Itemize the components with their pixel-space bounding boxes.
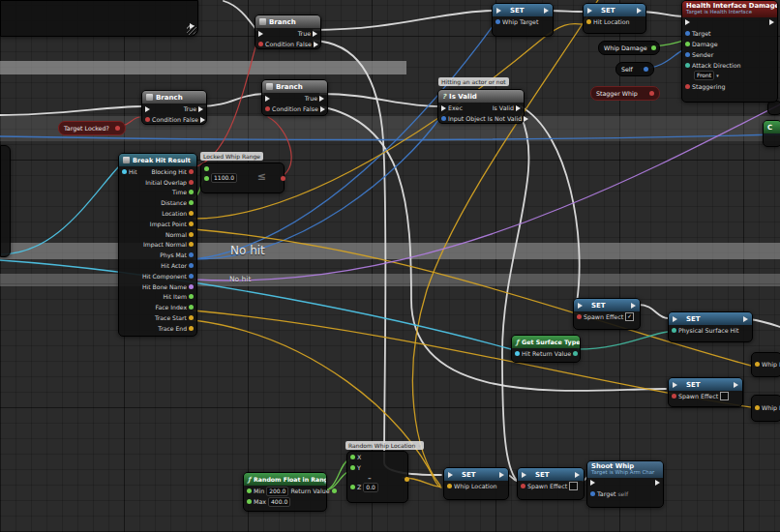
blueprint-graph-canvas[interactable]: No hit No hit	[0, 0, 780, 532]
float-out-pin[interactable]	[651, 45, 656, 50]
comment-bubble-locked-range[interactable]: Locked Whip Range	[200, 152, 263, 161]
face-index-pin[interactable]	[189, 305, 194, 310]
node-set-spawn-effect-bottom[interactable]: SET Spawn Effect	[517, 467, 585, 500]
node-branch-3[interactable]: Branch True Condition False	[261, 79, 328, 116]
exec-false-pin[interactable]	[314, 42, 318, 47]
hit-component-pin[interactable]	[189, 274, 194, 279]
initial-overlap-pin[interactable]	[189, 180, 194, 185]
damage-pin[interactable]	[685, 42, 690, 46]
spawn-effect-checkbox[interactable]	[720, 392, 729, 400]
node-branch-2[interactable]: Branch True Condition False	[141, 90, 207, 125]
exec-out-pin[interactable]	[734, 382, 738, 388]
whip-target-pin[interactable]	[495, 19, 500, 24]
return-value-pin[interactable]	[332, 488, 337, 493]
bool-out-pin[interactable]	[649, 91, 654, 96]
node-is-valid[interactable]: ?Is Valid Exec Is Valid Input Object Is …	[437, 89, 525, 124]
comment-bubble-random-location[interactable]: Random Whip Location▾	[345, 441, 424, 450]
max-pin[interactable]	[247, 499, 252, 504]
node-partial-left-strip[interactable]	[0, 145, 11, 257]
hit-actor-pin[interactable]	[189, 263, 194, 268]
impact-point-pin[interactable]	[189, 222, 194, 226]
target-pin[interactable]	[590, 491, 595, 496]
exec-true-pin[interactable]	[198, 106, 203, 112]
location-pin[interactable]	[189, 211, 194, 216]
node-make-vector[interactable]: X Y - Z0.0	[346, 451, 408, 503]
exec-in-pin[interactable]	[590, 480, 595, 486]
spawn-effect-checkbox[interactable]: ✓	[625, 312, 634, 321]
condition-pin[interactable]	[145, 117, 150, 122]
condition-pin[interactable]	[258, 42, 263, 46]
exec-in-pin[interactable]	[448, 472, 453, 478]
compare-result-pin[interactable]	[281, 176, 285, 181]
exec-true-pin[interactable]	[319, 96, 324, 102]
exec-in-pin[interactable]	[587, 8, 592, 14]
node-partial-whip-location-1[interactable]: Whip L	[751, 352, 780, 377]
return-value-pin[interactable]	[573, 351, 578, 356]
attack-direction-select[interactable]: Front	[694, 71, 714, 80]
node-set-whip-location[interactable]: SET Whip Location	[443, 467, 509, 500]
phys-mat-pin[interactable]	[189, 252, 194, 257]
exec-out-pin[interactable]	[743, 316, 748, 322]
time-pin[interactable]	[189, 190, 194, 194]
condition-pin[interactable]	[265, 106, 270, 111]
exec-false-pin[interactable]	[200, 117, 205, 123]
exec-in-pin[interactable]	[258, 31, 263, 37]
comment-bubble-hitting[interactable]: Hitting an actor or not	[438, 77, 509, 86]
z-value-input[interactable]: 0.0	[363, 483, 378, 492]
compare-a-pin[interactable]	[204, 166, 209, 171]
node-get-surface-type[interactable]: ƒGet Surface Type Hit Return Value	[511, 335, 581, 363]
node-branch-1[interactable]: Branch True Condition False	[255, 15, 321, 49]
exec-true-pin[interactable]	[313, 31, 317, 37]
pill-self[interactable]: Self	[615, 62, 654, 76]
node-shoot-whip[interactable]: Shoot Whip Target is Whip Arm Char Targe…	[586, 460, 664, 508]
pill-whip-damage[interactable]: Whip Damage	[598, 41, 660, 55]
blocking-hit-pin[interactable]	[189, 169, 194, 174]
exec-in-pin[interactable]	[673, 382, 677, 388]
node-set-spawn-effect-mid[interactable]: SET Spawn Effect	[668, 377, 743, 407]
node-set-whip-target[interactable]: SET Whip Target	[492, 3, 554, 37]
node-random-float-in-range[interactable]: ƒRandom Float in Range Min200.0 Return V…	[243, 472, 327, 512]
min-pin[interactable]	[247, 488, 252, 493]
object-out-pin[interactable]	[644, 67, 648, 72]
node-partial-top-left[interactable]	[0, 0, 198, 37]
x-pin[interactable]	[350, 455, 355, 459]
vector-pin[interactable]	[755, 405, 760, 410]
exec-in-pin[interactable]	[685, 19, 690, 25]
normal-pin[interactable]	[189, 232, 194, 237]
spawn-effect-pin[interactable]	[577, 314, 582, 319]
sender-pin[interactable]	[685, 52, 690, 57]
compare-b-pin[interactable]	[204, 176, 209, 181]
hit-location-pin[interactable]	[586, 19, 591, 24]
exec-out-pin[interactable]	[769, 19, 774, 25]
exec-out-pin[interactable]	[190, 23, 195, 29]
compare-value-input[interactable]: 1100.0	[211, 173, 237, 183]
impact-normal-pin[interactable]	[189, 242, 194, 247]
input-object-pin[interactable]	[441, 116, 446, 121]
hit-in-pin[interactable]	[515, 351, 520, 356]
exec-in-pin[interactable]	[578, 303, 583, 309]
distance-pin[interactable]	[189, 200, 194, 205]
attack-direction-pin[interactable]	[685, 63, 690, 68]
node-compare-less-equal[interactable]: ≤ 1100.0	[200, 163, 285, 193]
hit-in-pin[interactable]	[122, 169, 127, 174]
node-partial-box[interactable]	[767, 101, 780, 115]
exec-out-pin[interactable]	[544, 8, 549, 14]
exec-not-valid-pin[interactable]	[524, 116, 528, 122]
exec-in-pin[interactable]	[145, 106, 150, 112]
exec-out-pin[interactable]	[631, 303, 636, 309]
y-pin[interactable]	[350, 465, 355, 470]
node-partial-whip-location-2[interactable]: Whip L	[751, 395, 780, 422]
node-health-interface-damage[interactable]: Health Interface Damage Target is Health…	[681, 0, 778, 103]
node-break-hit-result[interactable]: Break Hit Result Hit Blocking Hit Initia…	[118, 153, 197, 337]
hit-item-pin[interactable]	[189, 294, 194, 299]
trace-end-pin[interactable]	[189, 326, 194, 331]
exec-in-pin[interactable]	[673, 316, 677, 322]
bool-out-pin[interactable]	[115, 126, 120, 131]
exec-in-pin[interactable]	[522, 472, 526, 478]
pill-target-locked[interactable]: Target Locked?	[58, 121, 126, 135]
vector-out-pin[interactable]	[405, 477, 409, 482]
trace-start-pin[interactable]	[189, 315, 194, 320]
pill-stagger-whip[interactable]: Stagger Whip	[590, 86, 660, 101]
target-pin[interactable]	[685, 31, 690, 36]
staggering-pin[interactable]	[685, 84, 690, 89]
